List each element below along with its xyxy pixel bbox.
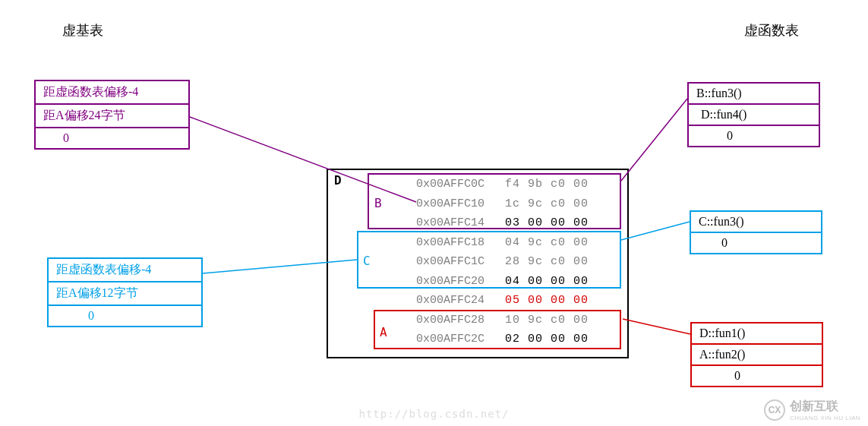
title-right: 虚函数表 xyxy=(744,21,799,39)
footer-url: http://blog.csdn.net/ xyxy=(0,408,868,420)
mem-box-a xyxy=(374,310,621,349)
vb-b-row3: 0 xyxy=(35,128,189,149)
vf-c-row2: 0 xyxy=(690,232,822,254)
vbase-table-c: 距虚函数表偏移-4 距A偏移12字节 0 xyxy=(47,257,203,327)
mem-box-b xyxy=(368,173,621,229)
vb-b-row1: 距虚函数表偏移-4 xyxy=(35,80,189,104)
brand-name: 创新互联 xyxy=(790,399,860,415)
vf-da-row2: A::fun2() xyxy=(691,344,822,365)
vbase-table-b: 距虚函数表偏移-4 距A偏移24字节 0 xyxy=(34,80,190,150)
mem-row: 0x00AFFC24 05 00 00 00 xyxy=(416,294,589,307)
vb-c-row2: 距A偏移12字节 xyxy=(48,282,202,305)
c-label: C xyxy=(363,254,371,268)
vf-c-row1: C::fun3() xyxy=(690,211,822,232)
brand-watermark: CX 创新互联 CHUANG XIN HU LIAN xyxy=(764,399,860,421)
vf-da-row1: D::fun1() xyxy=(691,323,822,344)
vfunc-table-c: C::fun3() 0 xyxy=(690,210,822,254)
vfunc-table-bd: B::fun3() D::fun4() 0 xyxy=(687,82,820,147)
title-left: 虚基表 xyxy=(62,21,103,39)
a-label: A xyxy=(380,325,387,339)
brand-icon: CX xyxy=(764,399,785,421)
svg-line-4 xyxy=(623,319,690,334)
mem-box-c xyxy=(357,231,621,289)
vb-c-row3: 0 xyxy=(48,305,202,327)
vb-b-row2: 距A偏移24字节 xyxy=(35,104,189,128)
brand-sub: CHUANG XIN HU LIAN xyxy=(790,415,860,421)
vf-bd-row3: 0 xyxy=(688,125,819,147)
vf-bd-row2: D::fun4() xyxy=(688,104,819,125)
d-label: D xyxy=(334,173,342,188)
svg-line-3 xyxy=(621,222,690,240)
vf-da-row3: 0 xyxy=(691,365,822,387)
vfunc-table-da: D::fun1() A::fun2() 0 xyxy=(690,322,823,387)
vb-c-row1: 距虚函数表偏移-4 xyxy=(48,258,202,282)
svg-line-1 xyxy=(621,99,687,181)
b-label: B xyxy=(374,196,382,210)
vf-bd-row1: B::fun3() xyxy=(688,83,819,104)
